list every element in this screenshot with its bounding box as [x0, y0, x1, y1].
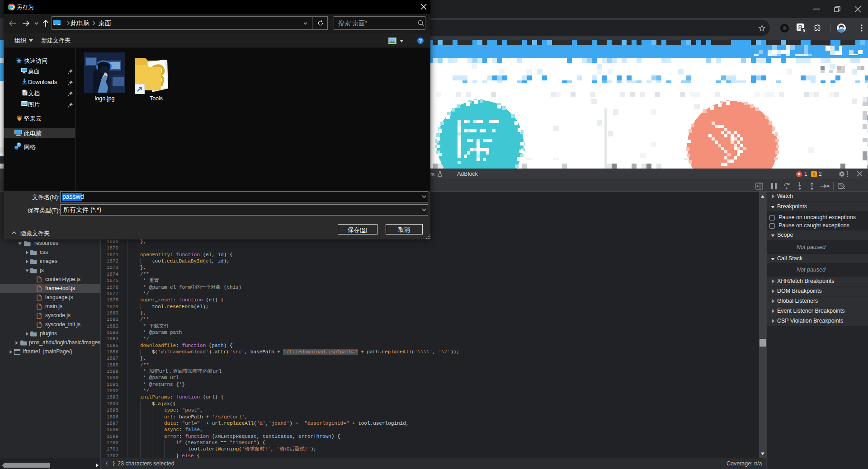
svg-text:?: ? [419, 38, 422, 43]
